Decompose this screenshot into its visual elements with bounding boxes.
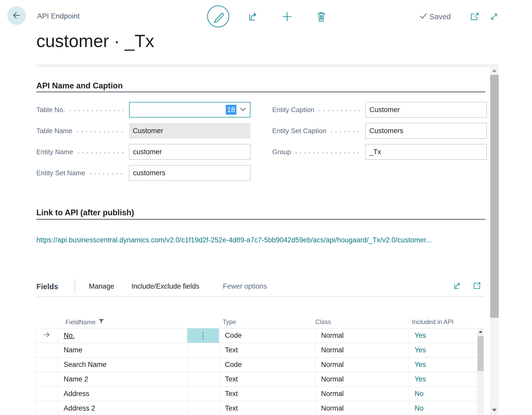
row-options-cell[interactable]: ⋮ [187, 328, 219, 343]
column-header-included[interactable]: Included in API [412, 318, 454, 326]
included-cell[interactable]: Yes [409, 343, 477, 357]
section-rule-api-name [36, 92, 485, 92]
class-cell[interactable]: Normal [315, 372, 409, 386]
class-cell[interactable]: Normal [315, 387, 409, 401]
share-button[interactable] [246, 10, 259, 23]
fewer-options-menu-item[interactable]: Fewer options [223, 282, 267, 290]
field-label-table-no: Table No. [36, 102, 127, 118]
page-scrollbar-up-arrow[interactable] [492, 69, 497, 72]
field-name-cell[interactable]: Address [58, 387, 187, 401]
new-button[interactable] [281, 10, 294, 23]
row-options-cell[interactable] [187, 372, 219, 386]
field-label-entity-name: Entity Name [36, 144, 127, 160]
field-name-cell[interactable]: No. [58, 328, 187, 343]
dotted-leader [294, 152, 361, 153]
row-options-cell[interactable] [187, 401, 219, 415]
table-row[interactable]: Search Name Code Normal Yes [36, 358, 477, 372]
included-cell[interactable]: No [409, 401, 477, 415]
entity-set-name-field[interactable] [129, 165, 250, 181]
field-name-cell[interactable]: Name [58, 343, 187, 357]
section-heading-api-name: API Name and Caption [36, 81, 123, 90]
type-cell[interactable]: Text [219, 343, 315, 357]
table-row[interactable]: Address 2 Text Normal No [36, 401, 477, 415]
type-cell[interactable]: Text [219, 372, 315, 386]
dotted-leader [329, 131, 361, 132]
entity-set-caption-field[interactable] [365, 123, 487, 139]
row-selector-cell[interactable] [36, 328, 58, 343]
table-row[interactable]: Name Text Normal Yes [36, 343, 477, 358]
include-exclude-fields-menu-item[interactable]: Include/Exclude fields [131, 282, 199, 290]
api-endpoint-link[interactable]: https://api.businesscentral.dynamics.com… [36, 236, 432, 244]
page-scrollbar[interactable] [490, 66, 499, 415]
page-scrollbar-thumb[interactable] [490, 75, 499, 318]
save-status: Saved [420, 12, 451, 21]
row-options-cell[interactable] [187, 358, 219, 372]
table-row[interactable]: Address Text Normal No [36, 387, 477, 401]
table-row[interactable]: No. ⋮ Code Normal Yes [36, 328, 477, 343]
check-icon [420, 12, 427, 21]
table-scrollbar[interactable] [477, 328, 484, 415]
row-selector-cell[interactable] [36, 358, 58, 372]
page-title: customer · _Tx [36, 31, 154, 51]
fields-focus-mode-button[interactable] [471, 280, 483, 292]
diagonal-resize-icon [488, 11, 500, 23]
field-label-entity-set-caption: Entity Set Caption [272, 123, 364, 139]
row-selector-cell[interactable] [36, 372, 58, 386]
back-button[interactable] [7, 6, 26, 25]
type-cell[interactable]: Code [219, 328, 315, 343]
class-cell[interactable]: Normal [315, 401, 409, 415]
share-icon [452, 281, 462, 292]
open-in-new-window-button[interactable] [469, 11, 481, 23]
field-name-cell[interactable]: Name 2 [58, 372, 187, 386]
row-selector-cell[interactable] [36, 401, 58, 415]
field-label-entity-set-name: Entity Set Name [36, 165, 127, 181]
back-arrow-icon [11, 10, 22, 22]
table-scrollbar-thumb[interactable] [477, 336, 484, 371]
dotted-leader [76, 152, 125, 153]
focus-mode-icon [472, 281, 482, 292]
included-cell[interactable]: Yes [409, 328, 477, 343]
section-rule-link [36, 219, 485, 220]
type-cell[interactable]: Text [219, 387, 315, 401]
class-cell[interactable]: Normal [315, 328, 409, 343]
chevron-down-icon[interactable] [239, 106, 247, 113]
edit-button[interactable] [207, 5, 230, 28]
field-name-cell[interactable]: Address 2 [58, 401, 187, 415]
table-no-selected-value: 18 [226, 105, 236, 115]
field-name-cell[interactable]: Search Name [58, 358, 187, 372]
dotted-leader [88, 173, 125, 174]
page-scrollbar-down-arrow[interactable] [492, 409, 497, 412]
row-options-cell[interactable] [187, 387, 219, 401]
row-options-cell[interactable] [187, 343, 219, 357]
row-selector-cell[interactable] [36, 343, 58, 357]
class-cell[interactable]: Normal [315, 343, 409, 357]
page-caption: API Endpoint [37, 12, 79, 20]
table-row[interactable]: Name 2 Text Normal Yes [36, 372, 477, 387]
top-separator-line [36, 65, 499, 65]
row-selector-cell[interactable] [36, 387, 58, 401]
delete-button[interactable] [315, 10, 328, 24]
popout-icon [469, 11, 481, 23]
fields-table: No. ⋮ Code Normal Yes Name Text Normal Y… [36, 328, 477, 415]
column-header-class[interactable]: Class [315, 318, 331, 326]
plus-icon [281, 11, 293, 23]
entity-name-field[interactable] [129, 144, 250, 160]
entity-caption-field[interactable] [365, 102, 487, 118]
dotted-leader [317, 110, 361, 111]
included-cell[interactable]: Yes [409, 372, 477, 386]
column-header-type[interactable]: Type [223, 318, 236, 326]
table-no-combobox[interactable]: 18 [129, 102, 250, 118]
group-field[interactable] [365, 144, 487, 160]
top-separator-line-2 [36, 66, 499, 67]
type-cell[interactable]: Text [219, 401, 315, 415]
included-cell[interactable]: Yes [409, 358, 477, 372]
resize-button[interactable] [488, 11, 500, 23]
class-cell[interactable]: Normal [315, 358, 409, 372]
toolbar-separator [36, 296, 485, 297]
type-cell[interactable]: Code [219, 358, 315, 372]
fields-share-button[interactable] [451, 280, 463, 292]
table-scrollbar-up-arrow[interactable] [479, 330, 482, 333]
manage-menu-item[interactable]: Manage [89, 282, 114, 290]
column-header-fieldname[interactable]: FieldName [65, 318, 104, 326]
included-cell[interactable]: No [409, 387, 477, 401]
